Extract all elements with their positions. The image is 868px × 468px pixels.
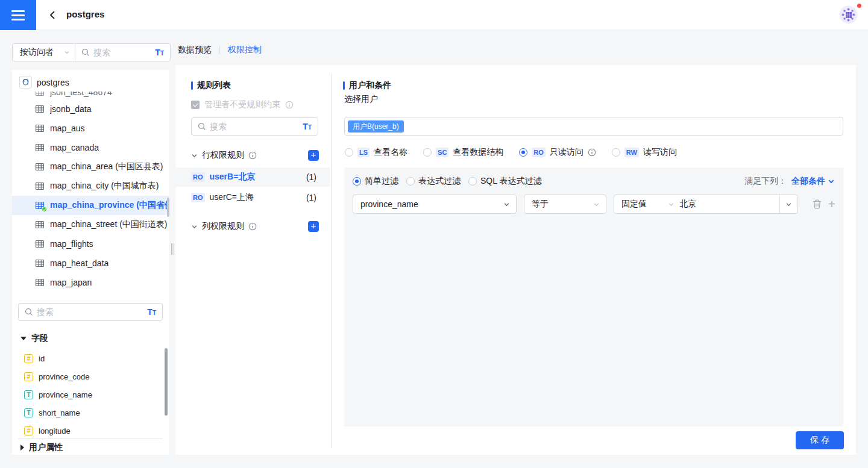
permission-radio-group: LS 查看名称 SC 查看数据结构 RO 只读访问 RW 读写访问 (345, 147, 677, 158)
chevron-down-icon (593, 201, 600, 208)
table-label: map_china_city (中国城市表) (50, 181, 159, 192)
table-icon (35, 104, 45, 114)
rule-item-selected[interactable]: RO userB=北京 (1) (175, 167, 331, 187)
fields-scrollbar[interactable] (165, 348, 168, 416)
table-row[interactable]: map_aus (12, 119, 169, 138)
radio-unchecked[interactable] (612, 148, 620, 157)
chevron-down-icon (191, 152, 198, 159)
table-search-box[interactable]: TT (75, 43, 171, 61)
section-accent-bar (191, 81, 193, 90)
radio-unchecked[interactable] (423, 148, 432, 157)
search-icon (81, 48, 90, 57)
save-button[interactable]: 保 存 (796, 431, 844, 449)
permission-control-panel: 规则列表 管理者不受规则约束 TT 行权限规则 + RO userB=北京 (1… (175, 65, 856, 455)
table-row[interactable]: map_canada (12, 138, 169, 157)
divider (331, 73, 332, 448)
field-row[interactable]: # id (12, 349, 165, 367)
number-field-icon: # (24, 426, 33, 435)
rule-label: userC=上海 (210, 192, 254, 203)
table-row[interactable]: map_china_city (中国城市表) (12, 176, 169, 196)
radio-unchecked[interactable] (406, 177, 415, 186)
row-rules-group-header[interactable]: 行权限规则 + (191, 150, 319, 161)
table-row[interactable]: map_china_street (中国街道表) (12, 215, 169, 234)
datasource-sidebar: postgres json_test_48674 jsonb_data map_… (12, 70, 169, 455)
permission-label: 查看名称 (374, 147, 407, 158)
field-row[interactable]: T province_name (12, 385, 165, 404)
radio-unchecked[interactable] (468, 177, 477, 186)
value-dropdown-button[interactable] (779, 195, 797, 213)
read-only-badge: RO (191, 172, 205, 182)
editor-title: 用户和条件 (349, 80, 391, 91)
match-case-icon[interactable]: TT (147, 307, 156, 317)
field-search-box[interactable]: TT (18, 303, 163, 321)
table-row[interactable]: map_heat_data (12, 254, 169, 273)
filter-mode-label: SQL 表达式过滤 (480, 176, 541, 187)
column-rules-group-header[interactable]: 列权限规则 + (191, 221, 319, 232)
table-row-selected[interactable]: map_china_province (中国省份表) (12, 196, 169, 215)
table-row[interactable]: json_test_48674 (12, 92, 169, 99)
table-label: map_china_area (中国区县表) (50, 161, 163, 172)
filter-mode-radio-group: 简单过滤 表达式过滤 SQL 表达式过滤 (353, 176, 541, 187)
ro-badge: RO (532, 148, 546, 157)
table-row[interactable]: map_flights (12, 234, 169, 254)
rules-search-input[interactable] (210, 122, 299, 131)
permission-option-sc[interactable]: SC 查看数据结构 (423, 147, 503, 158)
radio-unchecked[interactable] (345, 148, 353, 157)
rule-applied-check-icon (42, 207, 47, 212)
fields-section-header[interactable]: 字段 (20, 333, 48, 344)
avatar[interactable] (839, 5, 858, 24)
filter-mode-expression[interactable]: 表达式过滤 (406, 176, 461, 187)
match-case-icon[interactable]: TT (303, 122, 312, 131)
add-column-rule-button[interactable]: + (308, 221, 319, 232)
user-select-input[interactable]: 用户B(user_b) (344, 117, 843, 136)
rule-item[interactable]: RO userC=上海 (1) (175, 188, 331, 207)
select-user-label: 选择用户 (344, 94, 378, 105)
notification-dot (857, 4, 861, 8)
user-tag[interactable]: 用户B(user_b) (348, 120, 404, 133)
chevron-down-icon (191, 223, 198, 230)
field-row[interactable]: # longitude (12, 422, 165, 440)
text-field-icon: T (24, 390, 33, 399)
viewer-mode-select[interactable]: 按访问者 (12, 43, 75, 61)
radio-checked[interactable] (519, 148, 527, 157)
table-row[interactable]: map_japan (12, 273, 169, 292)
match-value-dropdown[interactable]: 全部条件 (791, 176, 835, 187)
add-row-rule-button[interactable]: + (308, 150, 319, 161)
rule-label: userB=北京 (210, 172, 256, 183)
tree-scrollbar[interactable] (167, 198, 169, 217)
user-attrs-section-header[interactable]: 用户属性 (20, 442, 63, 453)
radio-checked[interactable] (353, 177, 361, 186)
table-label: map_china_street (中国街道表) (50, 219, 168, 230)
rule-count: (1) (306, 193, 316, 202)
caret-down-icon (20, 337, 27, 340)
table-tree: json_test_48674 jsonb_data map_aus map_c… (12, 92, 169, 292)
permission-option-rw[interactable]: RW 读写访问 (612, 147, 677, 158)
field-row[interactable]: # province_code (12, 367, 165, 385)
rules-search-box[interactable]: TT (191, 117, 318, 136)
tab-data-preview[interactable]: 数据预览 (178, 45, 212, 55)
sidebar-resize-handle[interactable] (171, 243, 175, 255)
back-button[interactable] (46, 8, 60, 22)
condition-value-input[interactable] (679, 199, 779, 209)
admin-exempt-row: 管理者不受规则约束 (191, 99, 294, 110)
filter-mode-sql[interactable]: SQL 表达式过滤 (468, 176, 541, 187)
tab-permission-control[interactable]: 权限控制 (228, 45, 262, 55)
value-type-select[interactable]: 固定值 (614, 199, 679, 210)
field-row[interactable]: T short_name (12, 404, 165, 422)
field-search-input[interactable] (37, 307, 143, 317)
permission-option-ls[interactable]: LS 查看名称 (345, 147, 407, 158)
delete-condition-button[interactable] (813, 199, 822, 209)
table-row[interactable]: jsonb_data (12, 99, 169, 119)
chevron-down-icon (785, 201, 792, 208)
chevron-down-icon (64, 49, 70, 55)
condition-operator-select[interactable]: 等于 (524, 195, 606, 214)
hamburger-menu-button[interactable] (0, 0, 36, 30)
filter-mode-simple[interactable]: 简单过滤 (353, 176, 398, 187)
add-condition-button[interactable]: + (828, 199, 835, 209)
table-search-input[interactable] (93, 48, 151, 57)
datasource-node[interactable]: postgres (19, 76, 69, 89)
condition-field-select[interactable]: province_name (353, 195, 517, 214)
match-case-icon[interactable]: TT (155, 48, 164, 57)
table-row[interactable]: map_china_area (中国区县表) (12, 157, 169, 176)
permission-option-ro[interactable]: RO 只读访问 (519, 147, 596, 158)
